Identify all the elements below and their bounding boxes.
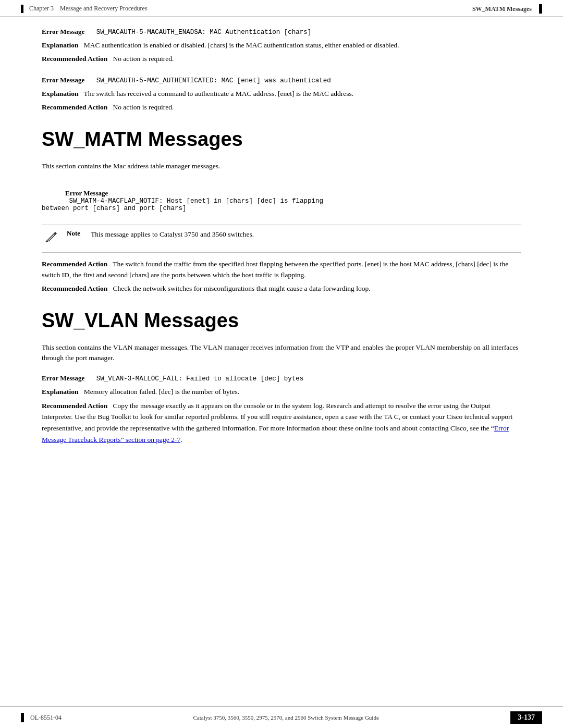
header-section-name: SW_MATM Messages	[472, 5, 532, 13]
footer-left: OL-8551-04	[21, 713, 62, 722]
macauth-msg2-action-label: Recommended Action	[42, 103, 107, 111]
macauth-msg2-error-label: Error Message	[42, 76, 84, 84]
sw-matm-msg1-action2: Recommended Action Check the network swi…	[42, 283, 521, 294]
sw-matm-msg1-action1-label: Recommended Action	[42, 260, 107, 268]
macauth-msg2-action-text: No action is required.	[113, 103, 174, 111]
macauth-msg1-explanation-text: MAC authentication is enabled or disable…	[84, 41, 399, 49]
footer-center: Catalyst 3750, 3560, 3550, 2975, 2970, a…	[193, 714, 379, 721]
macauth-msg1-error-line: Error Message SW_MACAUTH-5-MACAUTH_ENADS…	[42, 28, 521, 36]
sw-matm-msg1-action1-text: The switch found the traffic from the sp…	[42, 260, 508, 278]
sw-vlan-title: SW_VLAN Messages	[42, 310, 521, 334]
chapter-label: Chapter 3	[29, 5, 54, 12]
note-text: This message applies to Catalyst 3750 an…	[91, 229, 254, 240]
sw-vlan-msg1-action-text: Copy the message exactly as it appears o…	[42, 402, 512, 432]
sw-vlan-intro: This section contains the VLAN manager m…	[42, 342, 521, 364]
sw-matm-msg1-error-line: Error Message SW_MATM-4-MACFLAP_NOTIF: H…	[42, 182, 521, 219]
sw-matm-msg1-action1: Recommended Action The switch found the …	[42, 259, 521, 280]
sw-vlan-msg1-error-code: SW_VLAN-3-MALLOC_FAIL: Failed to allocat…	[96, 375, 304, 382]
sw-matm-msg1-error-code: SW_MATM-4-MACFLAP_NOTIF: Host [enet] in …	[42, 198, 323, 212]
footer-page-number: 3-137	[510, 711, 542, 724]
macauth-msg2-explanation-text: The switch has received a command to aut…	[83, 90, 353, 97]
footer-doc-id: OL-8551-04	[30, 714, 62, 722]
sw-vlan-msg1-error-label: Error Message	[42, 374, 84, 382]
sw-vlan-msg1-error-line: Error Message SW_VLAN-3-MALLOC_FAIL: Fai…	[42, 374, 521, 382]
header-bar-left	[21, 5, 23, 13]
header-bar-right	[539, 4, 542, 14]
macauth-msg2-explanation-label: Explanation	[42, 90, 79, 97]
macauth-msg2-action: Recommended Action No action is required…	[42, 102, 521, 113]
sw-vlan-msg1-explanation-text: Memory allocation failed. [dec] is the n…	[84, 388, 239, 396]
sw-vlan-msg1-action-text-end: .	[180, 436, 182, 443]
sw-vlan-msg1-action-label: Recommended Action	[42, 402, 107, 410]
sw-vlan-msg1-action: Recommended Action Copy the message exac…	[42, 400, 521, 445]
note-container: Note This message applies to Catalyst 37…	[42, 225, 521, 253]
macauth-msg1-explanation: Explanation MAC authentication is enable…	[42, 40, 521, 51]
footer-bar	[21, 713, 24, 722]
sw-matm-msg1-action2-label: Recommended Action	[42, 285, 107, 292]
main-content: Error Message SW_MACAUTH-5-MACAUTH_ENADS…	[0, 17, 563, 477]
macauth-msg2-explanation: Explanation The switch has received a co…	[42, 89, 521, 99]
sw-matm-msg1-action2-text: Check the network switches for misconfig…	[113, 285, 370, 292]
macauth-msg2-error-line: Error Message SW_MACAUTH-5-MAC_AUTHENTIC…	[42, 76, 521, 84]
header-right: SW_MATM Messages	[472, 4, 542, 14]
page-header: Chapter 3 Message and Recovery Procedure…	[0, 0, 563, 17]
sw-vlan-msg1-section: Error Message SW_VLAN-3-MALLOC_FAIL: Fai…	[42, 374, 521, 446]
sw-matm-msg1-section: Error Message SW_MATM-4-MACFLAP_NOTIF: H…	[42, 182, 521, 294]
sw-matm-msg1-error-label: Error Message	[65, 189, 108, 197]
sw-vlan-msg1-explanation-label: Explanation	[42, 388, 79, 396]
macauth-msg1-error-code: SW_MACAUTH-5-MACAUTH_ENADSA: MAC Authent…	[96, 29, 312, 36]
macauth-msg2-section: Error Message SW_MACAUTH-5-MAC_AUTHENTIC…	[42, 76, 521, 113]
macauth-msg1-action-label: Recommended Action	[42, 55, 107, 63]
macauth-msg1-action: Recommended Action No action is required…	[42, 54, 521, 64]
macauth-msg2-error-code: SW_MACAUTH-5-MAC_AUTHENTICATED: MAC [ene…	[96, 77, 331, 84]
page-footer: OL-8551-04 Catalyst 3750, 3560, 3550, 29…	[0, 707, 563, 728]
note-icon	[42, 230, 60, 248]
sw-vlan-msg1-explanation: Explanation Memory allocation failed. [d…	[42, 387, 521, 397]
header-left: Chapter 3 Message and Recovery Procedure…	[21, 5, 148, 13]
macauth-msg1-action-text: No action is required.	[113, 55, 174, 63]
sw-matm-intro: This section contains the Mac address ta…	[42, 161, 521, 171]
macauth-msg1-explanation-label: Explanation	[42, 41, 79, 49]
macauth-msg1-section: Error Message SW_MACAUTH-5-MACAUTH_ENADS…	[42, 28, 521, 65]
sw-matm-title: SW_MATM Messages	[42, 128, 521, 153]
macauth-msg1-error-label: Error Message	[42, 28, 84, 35]
chapter-title: Message and Recovery Procedures	[60, 5, 148, 12]
note-label: Note	[67, 229, 85, 238]
